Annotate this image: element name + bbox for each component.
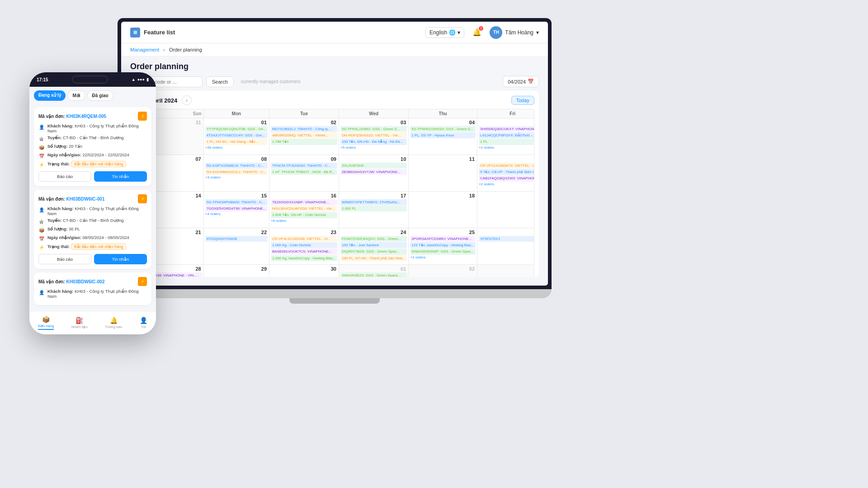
order-date-1: 📅 Ngày nhận/giao: 22/02/2024 - 22/02/202… bbox=[38, 152, 147, 159]
phone-time: 17:15 bbox=[37, 77, 48, 82]
tab-da-giao[interactable]: Đã giao bbox=[87, 90, 113, 101]
phone-tabs: Đang xử lý Mới Đã giao bbox=[34, 87, 151, 104]
order-route-1: 🛣 Tuyến: CT-BD - Cần Thơ - Bình Dương bbox=[38, 135, 147, 142]
box-icon: 📦 bbox=[38, 144, 45, 150]
table-row: 01 XNHGHZEZ3: GSS - Green Space... 500 P… bbox=[339, 265, 408, 277]
table-row: 04 5S-TPWWZ15HGDI: GSS - Green S... 1 PL… bbox=[409, 118, 477, 155]
order-badge-3: ⚡ bbox=[138, 277, 147, 286]
table-row: 17 W5MNTXPETTWBFG: 2TH55uf2z... 1.000 PL bbox=[339, 192, 408, 228]
breadcrumb: Management › Order planning bbox=[121, 43, 548, 56]
calendar-icon: 📅 bbox=[38, 153, 45, 159]
order-quantity-2: 📦 Số lượng: 30 PL bbox=[38, 226, 147, 233]
order-code-label-2: Mã vận đơn: KH03BDW6IC-001 bbox=[38, 197, 104, 202]
route-icon: 🛣 bbox=[38, 136, 45, 142]
filter-note: currently managed customers bbox=[241, 79, 301, 84]
phone-container: 17:15 ▲ ●●● ▮ Đang xử lý Mới Đã giao Mã … bbox=[29, 72, 156, 334]
date-picker-button[interactable]: 04/2024 📅 bbox=[503, 76, 539, 87]
order-card-1: Mã vận đơn: KH03K4RQEM-005 ⚡ 👤 Khách hàn… bbox=[34, 107, 151, 186]
cal-header-thu: Thu bbox=[409, 109, 477, 118]
app-title: Feature list bbox=[144, 29, 175, 36]
nav-don-hang[interactable]: 📦 Đơn hàng bbox=[38, 316, 54, 330]
order-customer-2: 👤 Khách hàng: KH03 - Công ty Thực phẩm Đ… bbox=[38, 206, 147, 216]
nav-thong-bao[interactable]: 🔔 Thông báo bbox=[105, 317, 122, 329]
box-icon: 📦 bbox=[38, 227, 45, 233]
report-button-1[interactable]: Báo cáo bbox=[38, 171, 91, 182]
user-icon: 👤 bbox=[38, 124, 45, 130]
next-month-button[interactable]: › bbox=[182, 95, 192, 105]
table-row: 11 bbox=[409, 155, 477, 191]
status-badge-2: Bắt đầu đến nơi nhận hàng bbox=[71, 244, 126, 250]
table-row: 10 2GL5V870H9 ZE0B62AHS3VTJW: VINAPHONE.… bbox=[339, 155, 408, 191]
filter-bar: Search currently managed customers 04/20… bbox=[130, 76, 539, 87]
table-row: 23 CR-VP4LSCGDU08: VIETTEL - Vi... 1.000… bbox=[269, 228, 339, 264]
calendar-container: ‹ April 2024 › Today Sun Mon Tue Wed Thu bbox=[130, 91, 539, 277]
order-buttons-2: Báo cáo Tin nhắn bbox=[38, 254, 147, 264]
status-badge-1: Bắt đầu đến nơi nhận hàng bbox=[71, 161, 126, 167]
table-row: 12 CR-VPV14UW0A7S: VIETTEL - Vi... 5 Tấn… bbox=[477, 155, 534, 191]
order-card-2: Mã vận đơn: KH03BDW6IC-001 ⚡ 👤 Khách hàn… bbox=[34, 190, 151, 269]
table-row: 09 TPHCM-TPJGNG84: TNHHTD - C... 1 m², T… bbox=[269, 155, 339, 191]
calendar-grid: Sun Mon Tue Wed Thu Fri Sat 31 01 YTYP4Q… bbox=[135, 109, 534, 277]
language-button[interactable]: English 🌐 ▾ bbox=[425, 27, 464, 38]
order-code-label-3: Mã vận đơn: KH03BDW6IC-002 bbox=[38, 279, 104, 284]
user-menu-button[interactable]: TH Tâm Hoàng ▾ bbox=[490, 26, 539, 39]
wifi-icon: ▲ bbox=[132, 77, 136, 82]
order-quantity-1: 📦 Số lượng: 20 Tấn bbox=[38, 144, 147, 150]
calendar-icon: 📅 bbox=[38, 235, 45, 242]
cal-header-fri: Fri bbox=[477, 109, 534, 118]
order-status-2: ⚡ Trạng thái: Bắt đầu đến nơi nhận hàng bbox=[38, 244, 147, 250]
signal-icon: ●●● bbox=[137, 77, 145, 82]
order-buttons-1: Báo cáo Tin nhắn bbox=[38, 171, 147, 182]
table-row: 24 F5JM7ZVMCB4QXV: GSS - Green... 100 Tấ… bbox=[339, 228, 408, 264]
laptop-container: ⊞ Feature list English 🌐 ▾ 🔔 1 TH bbox=[118, 18, 552, 307]
table-row: 26 XF3FD70XJ bbox=[477, 228, 534, 264]
order-code-label-1: Mã vận đơn: KH03K4RQEM-005 bbox=[38, 114, 106, 119]
nav-label-thong-bao: Thông báo bbox=[105, 325, 122, 329]
breadcrumb-parent[interactable]: Management bbox=[130, 47, 159, 52]
phone-notch: 17:15 ▲ ●●● ▮ bbox=[29, 72, 156, 87]
cal-header-wed: Wed bbox=[339, 109, 408, 118]
nav-label-nhien-lieu: Nhiên liệu bbox=[71, 325, 88, 329]
order-code-row-2: Mã vận đơn: KH03BDW6IC-001 ⚡ bbox=[38, 194, 147, 203]
phone-body: Đang xử lý Mới Đã giao Mã vận đơn: KH03K… bbox=[29, 87, 156, 311]
table-row: 08 5G-KGPVU0N8EJ4: TNHHTD - C... 5G-KOUM… bbox=[204, 155, 269, 191]
order-route-2: 🛣 Tuyến: CT-BD - Cần Thơ - Bình Dương bbox=[38, 218, 147, 225]
notification-icon: 🔔 bbox=[110, 317, 118, 324]
nav-toi[interactable]: 👤 Tôi bbox=[140, 317, 147, 329]
search-button[interactable]: Search bbox=[206, 76, 234, 87]
order-status-1: ⚡ Trạng thái: Bắt đầu đến nơi nhận hàng bbox=[38, 161, 147, 168]
nav-nhien-lieu[interactable]: ⛽ Nhiên liệu bbox=[71, 317, 88, 329]
order-customer-1: 👤 Khách hàng: KH03 - Công ty Thực phẩm Đ… bbox=[38, 123, 147, 133]
table-row: 18 bbox=[409, 192, 477, 228]
laptop-screen: ⊞ Feature list English 🌐 ▾ 🔔 1 TH bbox=[118, 18, 552, 289]
chevron-down-icon: ▾ bbox=[536, 29, 539, 36]
order-code-row-3: Mã vận đơn: KH03BDW6IC-002 ⚡ bbox=[38, 277, 147, 286]
orders-icon: 📦 bbox=[42, 316, 50, 323]
route-icon: 🛣 bbox=[38, 218, 45, 225]
order-card-3: Mã vận đơn: KH03BDW6IC-002 ⚡ 👤 Khách hàn… bbox=[34, 272, 151, 305]
order-badge-1: ⚡ bbox=[138, 112, 147, 121]
breadcrumb-current: Order planning bbox=[169, 47, 202, 52]
page-content: Order planning Search currently managed … bbox=[121, 56, 548, 285]
date-value: 04/2024 bbox=[508, 79, 526, 84]
tab-dang-xu-ly[interactable]: Đang xử lý bbox=[34, 90, 66, 101]
today-button[interactable]: Today bbox=[511, 96, 534, 105]
table-row: 15 5G-TPHCMPH8WSI: TNHHTD - C... 7GOXE5V… bbox=[204, 192, 269, 228]
app-logo: ⊞ Feature list bbox=[130, 28, 175, 38]
battery-icon: ▮ bbox=[146, 77, 149, 82]
report-button-2[interactable]: Báo cáo bbox=[38, 254, 91, 264]
table-row: 19 bbox=[477, 192, 534, 228]
notification-button[interactable]: 🔔 1 bbox=[470, 25, 484, 40]
laptop-base bbox=[118, 289, 552, 298]
message-button-2[interactable]: Tin nhắn bbox=[94, 254, 147, 264]
table-row: 05 3H55DEQ3DCOKXT: VINAPHONE... L4SJ4CQC… bbox=[477, 118, 534, 155]
table-row: 03 bbox=[477, 265, 534, 277]
table-row: 01 YTYP4QCMV1QNUT0B: GSS - Gh... 4TS4JUT… bbox=[204, 118, 269, 155]
profile-icon: 👤 bbox=[140, 317, 147, 324]
message-button-1[interactable]: Tin nhắn bbox=[94, 171, 147, 182]
language-label: English bbox=[429, 29, 447, 36]
phone-notch-pill bbox=[72, 75, 108, 84]
user-icon: 👤 bbox=[38, 289, 45, 296]
table-row: 03 5S-TPR3LJ33MO: GSS - Green S... DN-HD… bbox=[339, 118, 408, 155]
tab-moi[interactable]: Mới bbox=[67, 90, 85, 101]
